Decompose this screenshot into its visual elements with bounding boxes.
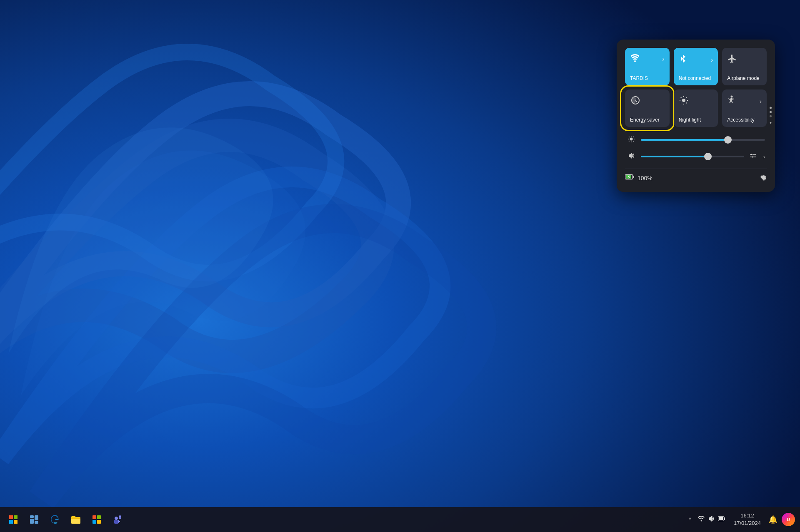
battery-icon (625, 174, 634, 182)
brightness-thumb[interactable] (724, 136, 732, 144)
tray-volume-icon (708, 515, 715, 524)
volume-expand-arrow[interactable]: › (763, 154, 765, 160)
quick-settings-panel: ▾ › TARDIS (617, 40, 775, 192)
settings-gear-icon[interactable] (758, 172, 767, 184)
energy-saver-icon (630, 95, 641, 108)
wifi-tile[interactable]: › TARDIS (625, 48, 670, 85)
bluetooth-expand-arrow[interactable]: › (711, 56, 713, 64)
tray-battery-icon (718, 516, 725, 523)
volume-slider-row: › (627, 152, 765, 161)
svg-rect-16 (35, 521, 38, 524)
taskbar-system-tray: ^ (687, 510, 800, 529)
svg-rect-15 (35, 515, 38, 520)
taskbar-clock[interactable]: 16:12 17/01/2024 (730, 510, 764, 529)
svg-rect-14 (30, 519, 34, 524)
airplane-tile[interactable]: Airplane mode (722, 48, 767, 85)
svg-point-2 (682, 99, 685, 102)
svg-rect-12 (14, 520, 18, 524)
volume-track[interactable] (641, 156, 744, 157)
svg-point-5 (751, 154, 752, 155)
sliders-section: › (625, 135, 767, 161)
airplane-label: Airplane mode (727, 75, 759, 81)
svg-text:U: U (787, 517, 790, 522)
svg-rect-19 (92, 520, 96, 524)
tiles-row-2: Energy saver Night light (625, 89, 767, 127)
battery-row: 100% (625, 169, 767, 184)
airplane-icon (727, 54, 737, 66)
svg-rect-23 (719, 517, 723, 520)
quick-settings-tray-button[interactable] (695, 514, 729, 525)
svg-point-4 (630, 138, 633, 141)
bluetooth-icon (679, 54, 687, 66)
panel-scrollbar: ▾ (770, 107, 772, 125)
battery-info: 100% (625, 174, 652, 182)
brightness-track[interactable] (641, 139, 765, 141)
wifi-label: TARDIS (630, 75, 648, 81)
scroll-down-icon[interactable]: ▾ (770, 120, 772, 125)
edge-button[interactable] (46, 510, 64, 529)
svg-rect-17 (92, 515, 96, 519)
svg-point-21 (119, 515, 121, 517)
svg-rect-18 (97, 515, 101, 519)
start-button[interactable] (4, 510, 22, 529)
file-explorer-button[interactable] (67, 510, 85, 529)
scroll-dot-1 (770, 107, 772, 109)
svg-rect-11 (9, 520, 13, 524)
volume-fill (641, 156, 708, 157)
svg-point-6 (752, 157, 753, 158)
system-tray-expand[interactable]: ^ (687, 515, 693, 524)
taskbar: ^ (0, 507, 800, 532)
wifi-icon (630, 54, 640, 65)
volume-thumb[interactable] (704, 153, 712, 160)
night-light-icon (679, 95, 689, 108)
svg-point-3 (731, 96, 733, 98)
tiles-row-1: › TARDIS › Not connected (625, 48, 767, 85)
energy-saver-tile[interactable]: Energy saver (625, 89, 670, 127)
scroll-dot-3 (770, 115, 772, 117)
night-light-tile[interactable]: Night light (674, 89, 718, 127)
accessibility-icon (727, 95, 736, 108)
accessibility-expand-arrow[interactable]: › (760, 98, 762, 105)
accessibility-label: Accessibility (727, 117, 754, 123)
brightness-icon (627, 135, 636, 144)
battery-percent: 100% (638, 175, 652, 181)
svg-rect-13 (30, 515, 34, 518)
svg-rect-10 (14, 515, 18, 519)
taskbar-date: 17/01/2024 (734, 520, 761, 527)
scroll-dot-2 (770, 111, 772, 113)
svg-rect-9 (9, 515, 13, 519)
volume-icon (627, 152, 636, 161)
tray-wifi-icon (698, 516, 705, 523)
accessibility-tile[interactable]: › Accessibility (722, 89, 767, 127)
widgets-button[interactable] (25, 510, 43, 529)
bluetooth-label: Not connected (679, 75, 711, 81)
taskbar-apps (0, 510, 127, 529)
energy-saver-label: Energy saver (630, 117, 660, 123)
bluetooth-tile[interactable]: › Not connected (674, 48, 718, 85)
teams-button[interactable] (108, 510, 127, 529)
store-button[interactable] (88, 510, 106, 529)
notification-icon[interactable]: 🔔 (766, 512, 780, 527)
volume-mixer-icon[interactable] (749, 152, 757, 161)
svg-point-1 (634, 60, 636, 62)
brightness-slider-row (627, 135, 765, 144)
user-avatar[interactable]: U (782, 513, 795, 526)
svg-rect-20 (97, 520, 101, 524)
wifi-expand-arrow[interactable]: › (662, 55, 664, 63)
night-light-label: Night light (679, 117, 701, 123)
taskbar-time: 16:12 (734, 512, 761, 520)
brightness-fill (641, 139, 728, 141)
highlight-circle (620, 85, 675, 131)
